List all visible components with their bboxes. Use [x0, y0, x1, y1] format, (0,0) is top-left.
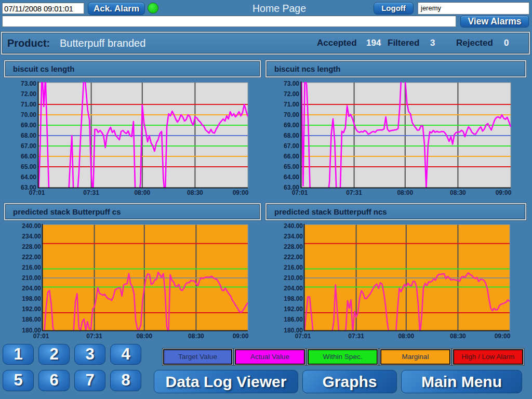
svg-text:67.00: 67.00 — [21, 142, 36, 150]
svg-text:07:01: 07:01 — [33, 332, 49, 340]
svg-text:71.00: 71.00 — [21, 101, 36, 108]
svg-text:240.00: 240.00 — [22, 222, 41, 230]
svg-text:72.00: 72.00 — [284, 90, 299, 98]
svg-text:07:31: 07:31 — [348, 332, 364, 340]
svg-text:69.00: 69.00 — [21, 122, 36, 129]
svg-text:08:30: 08:30 — [450, 189, 466, 196]
svg-text:216.00: 216.00 — [22, 264, 41, 271]
svg-text:08:00: 08:00 — [397, 189, 413, 196]
svg-text:228.00: 228.00 — [284, 243, 303, 250]
svg-text:08:00: 08:00 — [136, 332, 152, 340]
svg-text:228.00: 228.00 — [22, 243, 41, 250]
svg-text:07:01: 07:01 — [292, 189, 308, 196]
svg-text:09:00: 09:00 — [233, 189, 249, 196]
svg-text:07:01: 07:01 — [295, 332, 311, 340]
svg-text:70.00: 70.00 — [21, 111, 36, 118]
svg-text:67.00: 67.00 — [284, 142, 299, 150]
svg-text:222.00: 222.00 — [22, 254, 41, 261]
svg-text:192.00: 192.00 — [284, 305, 303, 313]
svg-text:08:30: 08:30 — [450, 332, 466, 340]
svg-text:70.00: 70.00 — [284, 111, 299, 118]
svg-text:69.00: 69.00 — [284, 122, 299, 129]
svg-text:71.00: 71.00 — [284, 101, 299, 108]
svg-text:73.00: 73.00 — [284, 80, 299, 87]
svg-text:07:31: 07:31 — [86, 332, 102, 340]
svg-text:72.00: 72.00 — [21, 90, 36, 98]
svg-text:216.00: 216.00 — [284, 264, 303, 271]
svg-text:204.00: 204.00 — [284, 285, 303, 292]
svg-text:186.00: 186.00 — [22, 316, 41, 323]
svg-text:198.00: 198.00 — [22, 295, 41, 302]
svg-text:09:00: 09:00 — [496, 189, 512, 196]
svg-text:08:00: 08:00 — [398, 332, 414, 340]
svg-text:192.00: 192.00 — [22, 305, 41, 313]
svg-text:64.00: 64.00 — [21, 174, 36, 181]
svg-text:204.00: 204.00 — [22, 285, 41, 292]
svg-text:222.00: 222.00 — [284, 254, 303, 261]
svg-text:65.00: 65.00 — [284, 163, 299, 170]
svg-text:08:30: 08:30 — [188, 332, 204, 340]
svg-text:198.00: 198.00 — [284, 295, 303, 302]
svg-text:07:01: 07:01 — [29, 189, 45, 196]
svg-text:08:00: 08:00 — [134, 189, 150, 196]
svg-text:68.00: 68.00 — [284, 132, 299, 139]
svg-text:07:31: 07:31 — [83, 189, 99, 196]
svg-text:186.00: 186.00 — [284, 316, 303, 323]
svg-text:66.00: 66.00 — [21, 153, 36, 160]
svg-text:73.00: 73.00 — [21, 80, 36, 87]
svg-text:240.00: 240.00 — [284, 222, 303, 230]
svg-text:210.00: 210.00 — [22, 274, 41, 282]
svg-text:09:00: 09:00 — [233, 332, 249, 340]
svg-text:64.00: 64.00 — [284, 174, 299, 181]
svg-text:68.00: 68.00 — [21, 132, 36, 139]
svg-text:234.00: 234.00 — [284, 233, 303, 240]
svg-text:210.00: 210.00 — [284, 274, 303, 282]
svg-text:08:30: 08:30 — [187, 189, 203, 196]
svg-text:09:00: 09:00 — [495, 332, 511, 340]
svg-text:65.00: 65.00 — [21, 163, 36, 170]
svg-text:234.00: 234.00 — [22, 233, 41, 240]
svg-text:66.00: 66.00 — [284, 153, 299, 160]
svg-text:07:31: 07:31 — [346, 189, 362, 196]
